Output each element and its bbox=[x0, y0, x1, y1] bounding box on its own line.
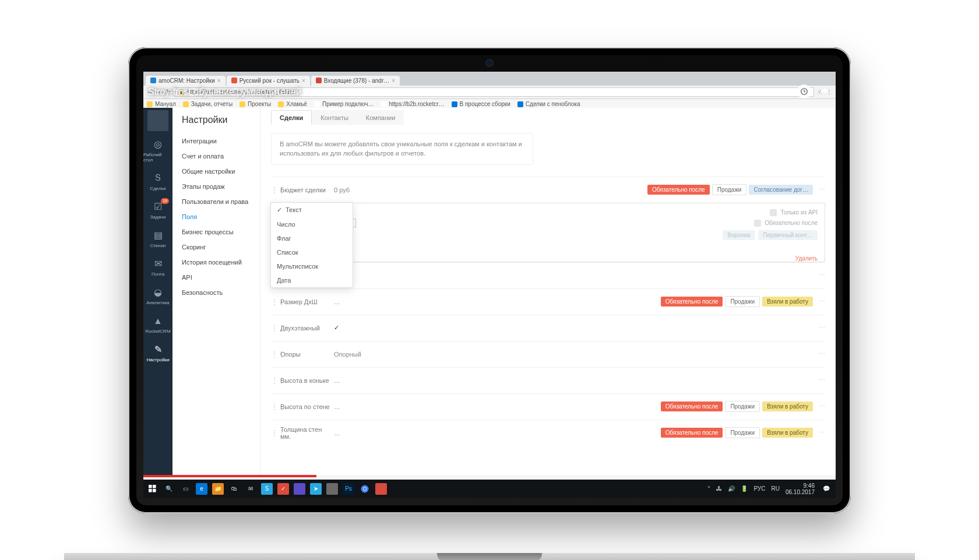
edge-icon[interactable]: e bbox=[196, 483, 207, 495]
nav-item-deals[interactable]: ＳСделки bbox=[143, 167, 172, 196]
field-row-editing[interactable]: ✓Текст Число Флаг Список Мультисписок Да… bbox=[271, 203, 825, 262]
bookmark[interactable]: Пример подключ… bbox=[314, 101, 374, 107]
close-icon[interactable]: × bbox=[392, 78, 395, 84]
todoist-icon[interactable]: ✓ bbox=[277, 483, 289, 495]
nav-item-mail[interactable]: ✉Почта bbox=[143, 253, 172, 281]
start-button[interactable] bbox=[147, 483, 159, 495]
app-icon[interactable] bbox=[294, 483, 305, 495]
field-row[interactable]: ⋮⋮ Толщина стен мм. … Обязательно после … bbox=[271, 420, 825, 446]
bookmark[interactable]: Задачи, отчеты bbox=[183, 101, 233, 107]
nav-item-analytics[interactable]: ◒Аналитика bbox=[143, 281, 172, 310]
drag-handle-icon[interactable]: ⋮⋮ bbox=[271, 298, 280, 306]
chip-stage[interactable]: Взяли в работу bbox=[762, 297, 813, 307]
bookmark[interactable]: В процессе сборки bbox=[452, 101, 510, 107]
browser-tab[interactable]: amoCRM: Настройки× bbox=[146, 76, 226, 86]
nav-item-desktop[interactable]: ◎Рабочий стол bbox=[143, 133, 172, 167]
notification-icon[interactable]: 💬 bbox=[820, 483, 832, 495]
task-view-icon[interactable]: ▭ bbox=[179, 483, 191, 495]
skype-icon[interactable]: S bbox=[261, 483, 273, 495]
browser-tab[interactable]: Русский рок - слушать× bbox=[227, 76, 310, 86]
close-icon[interactable]: × bbox=[302, 78, 305, 84]
drag-handle-icon[interactable]: ⋮⋮ bbox=[271, 403, 280, 411]
sidebar-item-history[interactable]: История посещений bbox=[172, 255, 260, 270]
lang-indicator[interactable]: РУС bbox=[753, 485, 765, 492]
chip-funnel[interactable]: Продажи bbox=[725, 427, 760, 438]
tab-deals[interactable]: Сделки bbox=[271, 110, 312, 125]
account-avatar[interactable] bbox=[147, 110, 168, 131]
sidebar-item-scoring[interactable]: Скоринг bbox=[172, 240, 260, 255]
nav-item-settings[interactable]: ✎Настройки bbox=[143, 339, 172, 367]
search-icon[interactable]: 🔍 bbox=[163, 483, 175, 495]
more-icon[interactable]: ⋯ bbox=[819, 376, 825, 384]
sidebar-item-users[interactable]: Пользователи и права bbox=[172, 194, 260, 209]
sidebar-item-security[interactable]: Безопасность bbox=[172, 285, 260, 300]
more-icon[interactable]: ⋯ bbox=[819, 324, 825, 332]
kb-layout[interactable]: RU bbox=[771, 485, 779, 492]
browser-tab[interactable]: Входящие (378) - andr…× bbox=[311, 76, 400, 86]
dropdown-option[interactable]: Мультисписок bbox=[271, 259, 353, 273]
chrome-icon[interactable] bbox=[359, 483, 371, 495]
drag-handle-icon[interactable]: ⋮⋮ bbox=[271, 324, 280, 332]
explorer-icon[interactable]: 📁 bbox=[212, 483, 224, 495]
dropdown-option[interactable]: ✓Текст bbox=[271, 203, 353, 217]
more-icon[interactable]: ⋯ bbox=[819, 429, 825, 436]
video-progress[interactable] bbox=[143, 475, 836, 477]
mail-icon[interactable]: ✉ bbox=[245, 483, 256, 495]
more-icon[interactable]: ⋯ bbox=[819, 298, 825, 305]
field-row[interactable]: ⋮⋮ Высота по стене … Обязательно после П… bbox=[271, 393, 825, 420]
field-row[interactable]: ⋮⋮ Размер ДхШ … Обязательно после Продаж… bbox=[271, 288, 825, 315]
bookmark[interactable]: https://b2b.rocketcr… bbox=[381, 101, 444, 107]
sidebar-item-billing[interactable]: Счет и оплата bbox=[172, 149, 260, 164]
chip-stage[interactable]: Взяли в работу bbox=[762, 401, 813, 411]
dropdown-option[interactable]: Дата bbox=[271, 273, 353, 287]
sidebar-item-general[interactable]: Общие настройки bbox=[172, 164, 260, 179]
chip-funnel[interactable]: Продажи bbox=[725, 296, 760, 307]
type-dropdown[interactable]: ✓Текст Число Флаг Список Мультисписок Да… bbox=[270, 202, 353, 288]
bookmark[interactable]: Сделки с пеноблока bbox=[517, 101, 580, 107]
dropdown-option[interactable]: Список bbox=[271, 245, 353, 259]
more-icon[interactable]: ⋯ bbox=[819, 403, 825, 410]
chip-funnel[interactable]: Продажи bbox=[725, 401, 760, 412]
tab-companies[interactable]: Компании bbox=[357, 110, 404, 125]
more-icon[interactable]: ⋯ bbox=[819, 272, 825, 279]
clock[interactable]: 9:46 06.10.2017 bbox=[786, 482, 815, 495]
drag-handle-icon[interactable]: ⋮⋮ bbox=[271, 186, 280, 194]
network-icon[interactable]: 🖧 bbox=[716, 485, 722, 492]
drag-handle-icon[interactable]: ⋮⋮ bbox=[271, 376, 280, 385]
sidebar-item-integrations[interactable]: Интеграции bbox=[172, 133, 260, 149]
telegram-icon[interactable]: ➤ bbox=[310, 483, 322, 495]
more-icon[interactable]: ⋯ bbox=[819, 186, 825, 193]
chip-required[interactable]: Обязательно после bbox=[661, 297, 723, 307]
sidebar-item-bp[interactable]: Бизнес процессы bbox=[172, 224, 260, 240]
volume-icon[interactable]: 🔊 bbox=[728, 485, 735, 492]
share-button[interactable] bbox=[817, 84, 831, 98]
toggle-required-after[interactable]: Обязательно после bbox=[754, 220, 818, 227]
app-icon[interactable] bbox=[375, 483, 387, 495]
bookmark[interactable]: Хламьё bbox=[278, 101, 307, 107]
photoshop-icon[interactable]: Ps bbox=[343, 483, 354, 495]
watch-later-button[interactable] bbox=[797, 84, 811, 98]
dropdown-option[interactable]: Число bbox=[271, 217, 353, 231]
sidebar-item-fields[interactable]: Поля bbox=[172, 209, 260, 224]
tab-contacts[interactable]: Контакты bbox=[312, 110, 357, 125]
delete-link[interactable]: Удалить bbox=[795, 255, 818, 262]
field-row[interactable]: ⋮⋮ Юр. лицо ✓ ⋯ bbox=[271, 262, 825, 288]
chip-required[interactable]: Обязательно после bbox=[661, 428, 723, 438]
field-row[interactable]: ⋮⋮ Двухэтажный ✓ ⋯ bbox=[271, 315, 825, 341]
chip-funnel[interactable]: Продажи bbox=[712, 184, 747, 195]
chip-stage[interactable]: Взяли в работу bbox=[762, 428, 813, 438]
field-row[interactable]: ⋮⋮ Бюджет сделки 0 руб Обязательно после… bbox=[271, 177, 825, 203]
drag-handle-icon[interactable]: ⋮⋮ bbox=[271, 429, 280, 437]
close-icon[interactable]: × bbox=[217, 78, 221, 84]
bookmark[interactable]: Проекты bbox=[240, 101, 271, 107]
chip-required[interactable]: Обязательно после bbox=[661, 401, 723, 411]
toggle-api-only[interactable]: Только из API bbox=[770, 209, 818, 216]
store-icon[interactable]: 🛍 bbox=[228, 483, 240, 495]
chip-required[interactable]: Обязательно после bbox=[647, 185, 710, 195]
nav-item-rocketcrm[interactable]: ▲RocketCRM bbox=[143, 310, 172, 339]
tray-chevron-icon[interactable]: ˄ bbox=[707, 485, 710, 492]
sidebar-item-stages[interactable]: Этапы продаж bbox=[172, 179, 260, 194]
field-row[interactable]: ⋮⋮ Опоры Опорный ⋯ bbox=[271, 341, 825, 367]
nav-item-lists[interactable]: ▤Списки bbox=[143, 224, 172, 253]
dropdown-option[interactable]: Флаг bbox=[271, 231, 353, 245]
